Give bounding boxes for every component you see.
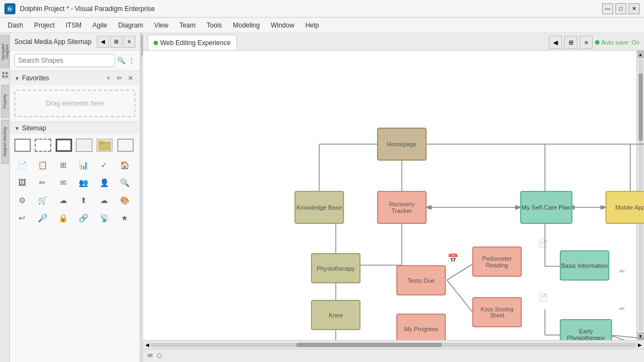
auto-save-dot [595, 40, 599, 45]
window-controls: — □ ✕ [602, 3, 640, 14]
node-physiotherapy[interactable]: Physiotherapy [311, 253, 361, 283]
menu-dash[interactable]: Dash [2, 19, 29, 31]
menu-bar: Dash Project ITSM Agile Diagram View Tea… [0, 18, 644, 33]
icon-cart[interactable]: 🛒 [35, 194, 50, 207]
svg-line-20 [447, 264, 473, 280]
share-icon[interactable]: ⬡ [157, 352, 162, 359]
palette-tab[interactable] [1, 70, 9, 79]
node-pedometer[interactable]: Pedometer Reading [472, 246, 522, 277]
diagram-backlog-tab[interactable]: Diagram Backlog [1, 120, 9, 164]
tab-action-btn-3[interactable]: ≡ [580, 36, 593, 49]
diagram-name-bar: Social Media App Sitemap ◀ ⊞ ≡ [10, 33, 140, 51]
icon-cloud[interactable]: ☁ [56, 194, 71, 207]
menu-view[interactable]: View [149, 19, 174, 31]
node-early-physio[interactable]: Early Physiotherapy [560, 319, 612, 340]
calendar-icon: 📅 [447, 253, 459, 264]
icon-chart[interactable]: 📊 [76, 158, 91, 172]
shape-rect-thick[interactable] [56, 139, 72, 152]
horizontal-scrollbar[interactable]: ◀ ▶ [143, 340, 644, 349]
favorites-actions: + ✏ ✕ [103, 73, 135, 83]
more-options-icon[interactable]: ⋮ [128, 56, 135, 65]
icon-check[interactable]: ✓ [96, 158, 112, 172]
shape-rect-dashed[interactable] [35, 139, 51, 152]
title-bar: D Dolphin Project * - Visual Paradigm En… [0, 0, 644, 18]
tab-action-btn-1[interactable]: ◀ [549, 36, 562, 49]
icon-users[interactable]: 👥 [76, 176, 91, 189]
node-tests-due[interactable]: Tests Due [396, 265, 446, 295]
menu-tools[interactable]: Tools [201, 19, 227, 31]
nav-list-button[interactable]: ≡ [123, 36, 135, 48]
property-tab[interactable]: Property [1, 85, 9, 118]
sitemap-arrow: ▼ [14, 125, 20, 131]
node-knowledge-base[interactable]: Knowledge Base [294, 191, 344, 224]
icon-grid[interactable]: ⊞ [56, 158, 71, 172]
svg-rect-3 [6, 72, 8, 74]
sitemap-label: Sitemap [22, 124, 135, 132]
right-area: Web Editing Experience ◀ ⊞ ≡ Auto save: … [143, 33, 644, 362]
doc-icon-1: 📄 [538, 239, 548, 248]
search-input[interactable] [14, 54, 115, 67]
node-self-care[interactable]: My Self-Care Plan [520, 191, 572, 224]
favorites-label: Favorites [22, 74, 101, 82]
shape-rect-2[interactable] [117, 139, 134, 152]
svg-rect-7 [99, 141, 103, 144]
icon-rss[interactable]: 📡 [96, 211, 112, 224]
title-text: Dolphin Project * - Visual Paradigm Ente… [20, 5, 598, 13]
menu-window[interactable]: Window [265, 19, 300, 31]
menu-itsm[interactable]: ITSM [60, 19, 87, 31]
icon-settings[interactable]: ⚙ [14, 194, 30, 207]
menu-modeling[interactable]: Modeling [227, 19, 265, 31]
minimize-button[interactable]: — [602, 3, 613, 14]
icon-image[interactable]: 🖼 [14, 176, 30, 189]
maximize-button[interactable]: □ [615, 3, 626, 14]
icon-copy[interactable]: 📋 [35, 158, 50, 172]
icon-home[interactable]: 🏠 [117, 158, 133, 172]
node-koos-scoring[interactable]: Koos Scoring Sheet [472, 297, 522, 327]
menu-project[interactable]: Project [29, 19, 60, 31]
icon-mail[interactable]: ✉ [56, 176, 71, 189]
shape-folder[interactable] [96, 139, 113, 152]
icon-pencil[interactable]: ✏ [35, 176, 50, 189]
node-knee[interactable]: Knee [311, 300, 361, 330]
nav-back-button[interactable]: ◀ [97, 36, 109, 48]
node-recovery-tracker[interactable]: Recovery Tracker [377, 191, 427, 224]
tab-action-btn-2[interactable]: ⊞ [564, 36, 577, 49]
search-bar: 🔍 ⋮ [10, 51, 140, 71]
menu-agile[interactable]: Agile [87, 19, 113, 31]
node-homepage[interactable]: Homepage [377, 128, 427, 161]
status-bar: ✉ ⬡ [143, 349, 644, 362]
icon-cloud-2[interactable]: ☁ [96, 194, 112, 207]
nav-grid-button[interactable]: ⊞ [110, 36, 122, 48]
favorites-header[interactable]: ▼ Favorites + ✏ ✕ [10, 71, 140, 85]
menu-diagram[interactable]: Diagram [113, 19, 149, 31]
canvas-area[interactable]: Homepage Knowledge Base Recovery Tracker… [143, 51, 644, 340]
icon-lock[interactable]: 🔒 [56, 211, 71, 224]
shape-rect[interactable] [14, 139, 31, 152]
icon-search-2[interactable]: 🔎 [35, 211, 50, 224]
favorites-edit-button[interactable]: ✏ [114, 73, 124, 83]
icon-paint[interactable]: 🎨 [117, 194, 133, 207]
diagram-navigator-tab[interactable]: Diagram Navigator [1, 35, 9, 68]
menu-team[interactable]: Team [174, 19, 201, 31]
node-basic-info[interactable]: Basic Information [560, 250, 609, 281]
icon-search[interactable]: 🔍 [117, 176, 133, 189]
favorites-close-button[interactable]: ✕ [125, 73, 135, 83]
svg-line-21 [447, 280, 473, 313]
favorites-add-button[interactable]: + [103, 73, 113, 83]
favorites-drag-area: Drag elements here [14, 90, 135, 117]
close-button[interactable]: ✕ [629, 3, 640, 14]
active-diagram-tab[interactable]: Web Editing Experience [148, 35, 237, 50]
email-icon[interactable]: ✉ [148, 352, 152, 359]
menu-help[interactable]: Help [300, 19, 325, 31]
node-mobile-app[interactable]: Mobile App [605, 191, 644, 224]
icon-cloud-up[interactable]: ⬆ [76, 194, 91, 207]
sitemap-header[interactable]: ▼ Sitemap [10, 122, 140, 134]
icon-refresh[interactable]: ↩ [14, 211, 30, 224]
icon-person[interactable]: 👤 [96, 176, 112, 189]
node-my-progress[interactable]: My Progress [396, 314, 446, 340]
icon-link[interactable]: 🔗 [76, 211, 91, 224]
left-panel: Social Media App Sitemap ◀ ⊞ ≡ 🔍 ⋮ ▼ Fav… [10, 33, 140, 362]
icon-document[interactable]: 📄 [14, 158, 30, 172]
shape-rect-outline[interactable] [76, 139, 92, 152]
icon-star[interactable]: ★ [117, 211, 133, 224]
